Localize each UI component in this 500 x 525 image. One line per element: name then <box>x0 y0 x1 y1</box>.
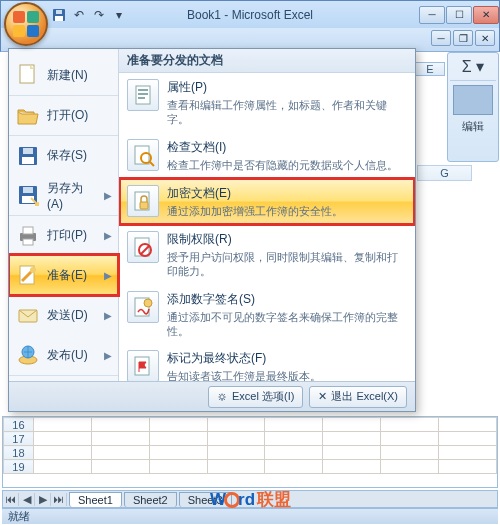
row-header[interactable]: 16 <box>4 418 34 432</box>
titlebar: ↶ ↷ ▾ Book1 - Microsoft Excel ─ ☐ ✕ <box>0 0 500 28</box>
svg-rect-1 <box>55 16 63 21</box>
office-menu-left: 新建(N) 打开(O) 保存(S) 另存为(A) ▶ 打印(P) ▶ <box>9 49 119 381</box>
prepare-icon <box>15 262 41 288</box>
svg-rect-21 <box>138 97 145 99</box>
sub-item-encrypt[interactable]: 加密文档(E) 通过添加加密增强工作簿的安全性。 <box>119 178 415 225</box>
menu-item-publish[interactable]: 发布(U) ▶ <box>9 335 118 375</box>
chevron-right-icon: ▶ <box>104 190 112 201</box>
publish-icon <box>15 342 41 368</box>
autosum-button[interactable]: Σ ▾ <box>450 57 496 81</box>
menu-item-send[interactable]: 发送(D) ▶ <box>9 295 118 335</box>
menu-item-save[interactable]: 保存(S) <box>9 135 118 175</box>
row-header[interactable]: 17 <box>4 432 34 446</box>
office-button[interactable] <box>4 2 48 46</box>
office-menu-footer: ⛭Excel 选项(I) ✕退出 Excel(X) <box>9 381 415 411</box>
close-button[interactable]: ✕ <box>473 6 499 24</box>
restrict-icon <box>127 231 159 263</box>
svg-rect-25 <box>140 202 148 209</box>
tab-prev-button[interactable]: ◀ <box>19 493 35 506</box>
final-icon <box>127 350 159 381</box>
redo-icon[interactable]: ↷ <box>91 7 107 23</box>
menu-item-save-as[interactable]: 另存为(A) ▶ <box>9 175 118 215</box>
excel-options-button[interactable]: ⛭Excel 选项(I) <box>208 386 303 408</box>
status-text: 就绪 <box>8 509 30 524</box>
group-label: 编辑 <box>450 119 496 134</box>
svg-rect-5 <box>22 157 34 164</box>
chevron-right-icon: ▶ <box>104 270 112 281</box>
tab-nav: ⏮ ◀ ▶ ⏭ <box>3 493 67 506</box>
menu-item-open[interactable]: 打开(O) <box>9 95 118 135</box>
save-as-icon <box>15 182 41 208</box>
chevron-right-icon: ▶ <box>104 310 112 321</box>
signature-icon <box>127 291 159 323</box>
chevron-right-icon: ▶ <box>104 350 112 361</box>
column-header-g[interactable]: G <box>417 165 472 181</box>
office-logo-icon <box>13 11 39 37</box>
sort-filter-button[interactable] <box>453 85 493 115</box>
print-icon <box>15 223 41 249</box>
sub-item-restrict[interactable]: 限制权限(R) 授予用户访问权限，同时限制其编辑、复制和打印能力。 <box>119 225 415 285</box>
svg-rect-20 <box>138 93 148 95</box>
watermark: W r d 联盟 <box>210 488 291 511</box>
tab-last-button[interactable]: ⏭ <box>51 493 67 506</box>
svg-rect-11 <box>23 227 33 234</box>
new-icon <box>15 62 41 88</box>
window-title: Book1 - Microsoft Excel <box>187 8 313 22</box>
exit-excel-button[interactable]: ✕退出 Excel(X) <box>309 386 407 408</box>
svg-rect-2 <box>56 10 62 14</box>
menu-item-close[interactable]: 关闭(C) <box>9 375 118 381</box>
save-menu-icon <box>15 143 41 169</box>
undo-icon[interactable]: ↶ <box>71 7 87 23</box>
workbook-restore-button[interactable]: ❐ <box>453 30 473 46</box>
ribbon-editing-group: Σ ▾ 编辑 <box>447 52 499 162</box>
svg-rect-19 <box>138 89 148 91</box>
worksheet-grid[interactable]: 16 17 18 19 <box>2 416 498 488</box>
minimize-button[interactable]: ─ <box>419 6 445 24</box>
svg-rect-12 <box>23 239 33 245</box>
workbook-minimize-button[interactable]: ─ <box>431 30 451 46</box>
svg-point-29 <box>144 299 152 307</box>
qat-dropdown-icon[interactable]: ▾ <box>111 7 127 23</box>
menu-item-print[interactable]: 打印(P) ▶ <box>9 215 118 255</box>
open-icon <box>15 103 41 129</box>
menu-item-prepare[interactable]: 准备(E) ▶ <box>9 255 118 295</box>
exit-icon: ✕ <box>318 390 327 403</box>
sheet-tab-1[interactable]: Sheet1 <box>69 492 122 507</box>
tab-next-button[interactable]: ▶ <box>35 493 51 506</box>
window-controls: ─ ☐ ✕ <box>419 6 499 24</box>
office-menu-right: 准备要分发的文档 属性(P) 查看和编辑工作簿属性，如标题、作者和关键字。 检查… <box>119 49 415 381</box>
inspect-icon <box>127 139 159 171</box>
row-header[interactable]: 19 <box>4 460 34 474</box>
sub-item-properties[interactable]: 属性(P) 查看和编辑工作簿属性，如标题、作者和关键字。 <box>119 73 415 133</box>
svg-point-14 <box>30 267 36 273</box>
row-header[interactable]: 18 <box>4 446 34 460</box>
sub-item-inspect[interactable]: 检查文档(I) 检查工作簿中是否有隐藏的元数据或个人信息。 <box>119 133 415 178</box>
tab-first-button[interactable]: ⏮ <box>3 493 19 506</box>
maximize-button[interactable]: ☐ <box>446 6 472 24</box>
sheet-tab-2[interactable]: Sheet2 <box>124 492 177 507</box>
quick-access-toolbar: ↶ ↷ ▾ <box>51 7 127 23</box>
sub-item-signature[interactable]: 添加数字签名(S) 通过添加不可见的数字签名来确保工作簿的完整性。 <box>119 285 415 345</box>
menu-item-new[interactable]: 新建(N) <box>9 55 118 95</box>
properties-icon <box>127 79 159 111</box>
sub-item-final[interactable]: 标记为最终状态(F) 告知读者该工作簿是最终版本。 <box>119 344 415 381</box>
chevron-right-icon: ▶ <box>104 230 112 241</box>
svg-rect-9 <box>23 187 33 193</box>
submenu-header: 准备要分发的文档 <box>119 49 415 73</box>
office-menu: 新建(N) 打开(O) 保存(S) 另存为(A) ▶ 打印(P) ▶ <box>8 48 416 412</box>
lock-icon <box>127 185 159 217</box>
column-header-e[interactable]: E <box>415 62 445 76</box>
options-icon: ⛭ <box>217 391 228 403</box>
workbook-close-button[interactable]: ✕ <box>475 30 495 46</box>
save-icon[interactable] <box>51 7 67 23</box>
svg-rect-6 <box>23 148 33 154</box>
send-icon <box>15 302 41 328</box>
